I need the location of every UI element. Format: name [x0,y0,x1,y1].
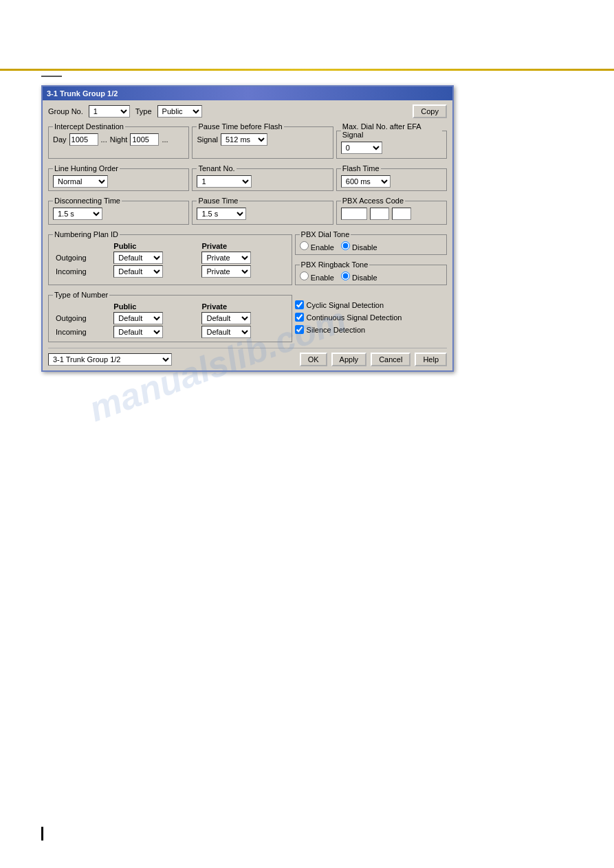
np-incoming-public-select[interactable]: Default 1 2 [113,265,163,278]
dialog-body: Group No. 1 Type Public Private Copy Int… [43,100,452,370]
ton-outgoing-label: Outgoing [53,311,111,325]
pbx-ringback-disable-label: Disable [341,271,377,282]
night-dots: ... [162,135,168,144]
pause-time2-legend: Pause Time [197,197,239,205]
np-col-private: Private [199,241,287,251]
copy-button[interactable]: Copy [413,104,447,118]
dialog-window: 3-1 Trunk Group 1/2 Group No. 1 Type Pub… [41,85,454,372]
short-line [41,76,62,77]
page-marker [41,827,43,841]
max-dial-legend: Max. Dial No. after EFA Signal [341,122,442,139]
tenant-no-select[interactable]: 1 2 3 [197,175,252,188]
continuous-signal-checkbox[interactable] [295,313,304,322]
group-no-select[interactable]: 1 [89,105,130,118]
day-dots: ... [101,135,107,144]
top-rule [0,69,614,71]
ok-button[interactable]: OK [300,353,327,366]
day-label: Day [53,135,67,144]
disconnecting-time-legend: Disconnecting Time [53,197,122,205]
night-label: Night [110,135,128,144]
ton-outgoing-public-select[interactable]: Default 1 2 [113,312,163,324]
np-incoming-private-select[interactable]: Private Default 1 [201,265,251,278]
type-of-number-group: Type of Number Public Private Outgoing [48,291,292,342]
dialog-titlebar: 3-1 Trunk Group 1/2 [43,87,452,100]
help-button[interactable]: Help [415,353,447,366]
silence-detection-label: Silence Detection [307,326,366,334]
ton-incoming-private-select[interactable]: Default 1 2 [201,326,251,338]
type-of-number-legend: Type of Number [53,291,109,299]
type-label: Type [135,107,152,115]
disconnecting-time-select[interactable]: 1.5 s 0.5 s 1 s 2 s [53,208,102,220]
pbx-ringback-tone-group: PBX Ringback Tone Enable Disable [295,260,447,285]
ton-outgoing-private-select[interactable]: Default 1 2 [201,312,251,324]
np-outgoing-label: Outgoing [53,251,111,265]
np-col-public: Public [111,241,199,251]
numbering-plan-table: Public Private Outgoing Default 1 [53,241,287,278]
np-outgoing-private-select[interactable]: Private Default 1 [201,252,251,264]
max-dial-group: Max. Dial No. after EFA Signal 0 1 2 3 [336,122,447,159]
flash-time-select[interactable]: 600 ms 100 ms 200 ms 300 ms 400 ms 500 m… [341,175,391,188]
pbx-ringback-enable-radio[interactable] [300,271,309,280]
bottom-dropdown[interactable]: 3-1 Trunk Group 1/2 [48,353,172,366]
pbx-access-field3[interactable] [392,208,411,220]
np-outgoing-public-select[interactable]: Default 1 2 [113,252,163,264]
bottom-row: 3-1 Trunk Group 1/2 OK Apply Cancel Help [48,348,447,366]
apply-button[interactable]: Apply [331,353,367,366]
flash-time-group: Flash Time 600 ms 100 ms 200 ms 300 ms 4… [336,164,447,191]
np-col-empty [53,241,111,251]
line-hunting-select[interactable]: Normal Cyclic [53,175,108,188]
pbx-access-legend: PBX Access Code [341,197,405,205]
numbering-plan-group: Numbering Plan ID Public Private Outgoin [48,230,292,285]
cyclic-signal-label: Cyclic Signal Detection [307,301,384,309]
silence-detection-checkbox[interactable] [295,325,304,334]
pbx-access-group: PBX Access Code [336,197,447,225]
pbx-ringback-enable-label: Enable [300,271,334,282]
np-outgoing-row: Outgoing Default 1 2 [53,251,287,265]
type-of-number-table: Public Private Outgoing Default 1 [53,302,287,339]
cyclic-signal-checkbox[interactable] [295,300,304,309]
disconnecting-time-group: Disconnecting Time 1.5 s 0.5 s 1 s 2 s [48,197,189,225]
np-incoming-row: Incoming Default 1 2 [53,265,287,278]
pause-time-group: Pause Time before Flash Signal 512 ms 12… [192,122,333,159]
intercept-dest-legend: Intercept Destination [53,122,125,131]
np-incoming-label: Incoming [53,265,111,278]
pbx-dial-tone-enable-radio[interactable] [300,241,309,250]
type-select[interactable]: Public Private [157,105,202,118]
line-hunting-legend: Line Hunting Order [53,164,120,173]
line-hunting-group: Line Hunting Order Normal Cyclic [48,164,189,191]
ton-incoming-public-select[interactable]: Default 1 2 [113,326,163,338]
top-row: Group No. 1 Type Public Private Copy [48,104,447,118]
pbx-dial-tone-group: PBX Dial Tone Enable Disable [295,230,447,255]
pause-time2-group: Pause Time 1.5 s 0.5 s 1 s 2 s [192,197,333,225]
pbx-dial-tone-disable-radio[interactable] [341,241,350,250]
tenant-no-group: Tenant No. 1 2 3 [192,164,333,191]
pause-time2-select[interactable]: 1.5 s 0.5 s 1 s 2 s [197,208,246,220]
dialog-title: 3-1 Trunk Group 1/2 [47,89,118,98]
day-input[interactable]: 1005 [69,133,98,146]
flash-time-legend: Flash Time [341,164,381,173]
ton-outgoing-row: Outgoing Default 1 2 [53,311,287,325]
ton-col-private: Private [199,302,287,311]
signal-label: Signal [197,135,218,144]
ton-col-public: Public [111,302,199,311]
numbering-plan-legend: Numbering Plan ID [53,230,120,238]
night-input[interactable]: 1005 [130,133,159,146]
tenant-no-legend: Tenant No. [197,164,236,173]
pbx-access-field1[interactable] [341,208,367,220]
intercept-dest-group: Intercept Destination Day 1005 ... Night… [48,122,189,159]
max-dial-select[interactable]: 0 1 2 3 [341,142,382,154]
pbx-ringback-disable-radio[interactable] [341,271,350,280]
ton-incoming-label: Incoming [53,325,111,339]
ton-col-empty [53,302,111,311]
signal-select[interactable]: 512 ms 128 ms 256 ms 1 s 2 s [221,133,267,146]
cancel-button[interactable]: Cancel [371,353,410,366]
pbx-dial-tone-enable-label: Enable [300,241,334,252]
pbx-ringback-tone-legend: PBX Ringback Tone [300,260,370,269]
ton-incoming-row: Incoming Default 1 2 [53,325,287,339]
pbx-dial-tone-disable-label: Disable [341,241,377,252]
continuous-signal-label: Continuous Signal Detection [307,313,402,322]
pbx-dial-tone-legend: PBX Dial Tone [300,230,351,238]
silence-detection-row: Silence Detection [295,325,447,334]
cyclic-signal-row: Cyclic Signal Detection [295,300,447,309]
pbx-access-field2[interactable] [370,208,389,220]
